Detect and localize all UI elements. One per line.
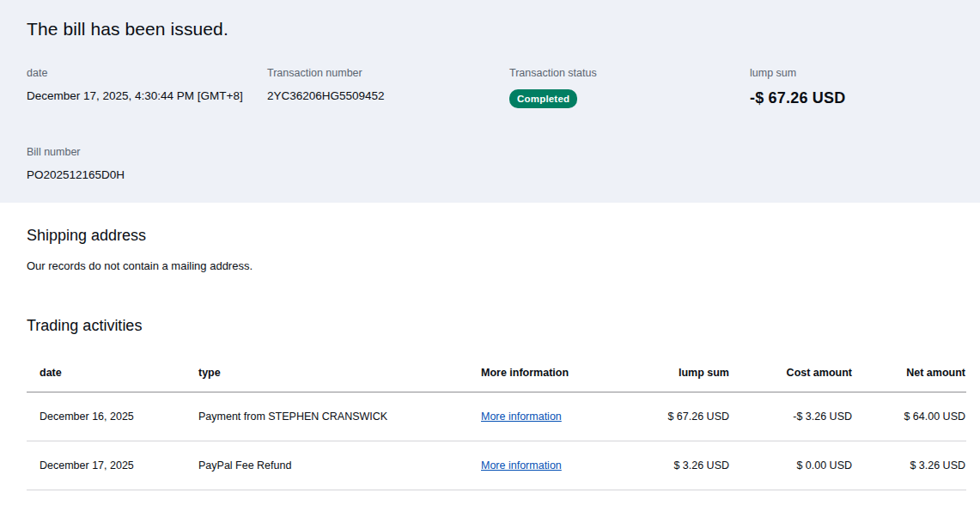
column-header-cost-amount: Cost amount	[729, 367, 852, 379]
field-transaction-number-value: 2YC36206HG5509452	[267, 89, 509, 102]
field-transaction-status-label: Transaction status	[509, 67, 750, 79]
row-net-amount: $ 3.26 USD	[852, 459, 965, 472]
row-lump-sum: $ 67.26 USD	[635, 411, 729, 423]
column-header-net-amount: Net amount	[852, 367, 965, 379]
table-header-row: date type More information lump sum Cost…	[27, 354, 966, 392]
column-header-lump-sum: lump sum	[635, 367, 729, 379]
more-information-link[interactable]: More information	[481, 459, 562, 472]
summary-grid: date December 17, 2025, 4:30:44 PM [GMT+…	[27, 67, 953, 181]
row-cost-amount: $ 0.00 USD	[729, 459, 852, 472]
shipping-address-section: Shipping address Our records do not cont…	[0, 203, 980, 272]
trading-activities-heading: Trading activities	[27, 317, 966, 335]
row-net-amount: $ 64.00 USD	[852, 411, 965, 423]
field-lump-sum-label: lump sum	[750, 67, 980, 79]
field-bill-number-label: Bill number	[27, 146, 267, 158]
more-information-link[interactable]: More information	[481, 411, 562, 423]
table-row: December 17, 2025 PayPal Fee Refund More…	[27, 441, 966, 490]
field-transaction-number: Transaction number 2YC36206HG5509452	[267, 67, 509, 108]
trading-activities-table: date type More information lump sum Cost…	[27, 354, 966, 490]
column-header-date: date	[40, 367, 198, 379]
field-date-label: date	[27, 67, 267, 79]
row-lump-sum: $ 3.26 USD	[635, 459, 729, 472]
table-row: December 16, 2025 Payment from STEPHEN C…	[27, 392, 966, 441]
field-transaction-status: Transaction status Completed	[509, 67, 750, 108]
status-badge: Completed	[509, 89, 577, 108]
field-bill-number-value: PO202512165D0H	[27, 168, 267, 181]
column-header-more-information: More information	[481, 367, 635, 379]
row-type: Payment from STEPHEN CRANSWICK	[198, 411, 481, 423]
field-date-value: December 17, 2025, 4:30:44 PM [GMT+8]	[27, 89, 267, 102]
shipping-address-message: Our records do not contain a mailing add…	[27, 259, 966, 272]
field-bill-number: Bill number PO202512165D0H	[27, 146, 267, 181]
field-transaction-number-label: Transaction number	[267, 67, 509, 79]
field-lump-sum: lump sum -$ 67.26 USD	[750, 67, 980, 108]
row-date: December 16, 2025	[40, 411, 198, 423]
field-date: date December 17, 2025, 4:30:44 PM [GMT+…	[27, 67, 267, 108]
bill-summary-section: The bill has been issued. date December …	[0, 0, 980, 203]
trading-activities-section: Trading activities date type More inform…	[0, 317, 980, 490]
row-date: December 17, 2025	[40, 459, 198, 472]
column-header-type: type	[198, 367, 481, 379]
shipping-address-heading: Shipping address	[27, 227, 966, 245]
page-title: The bill has been issued.	[27, 19, 953, 40]
row-cost-amount: -$ 3.26 USD	[729, 411, 852, 423]
field-lump-sum-value: -$ 67.26 USD	[750, 89, 980, 107]
row-type: PayPal Fee Refund	[198, 459, 481, 472]
